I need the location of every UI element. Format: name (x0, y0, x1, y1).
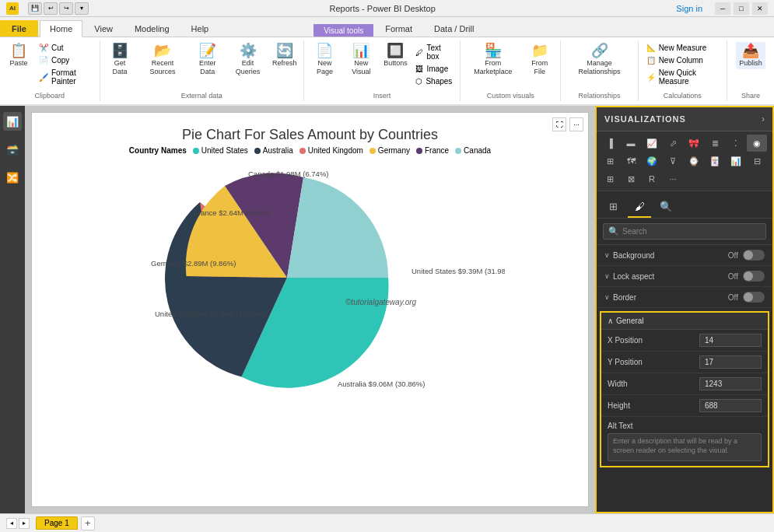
new-quick-measure-button[interactable]: ⚡ New Quick Measure (643, 67, 722, 87)
viz-icon-filled-map[interactable]: 🌍 (642, 152, 662, 170)
viz-icon-r[interactable]: R (642, 170, 662, 187)
viz-icon-table[interactable]: ⊞ (600, 170, 620, 187)
edit-queries-button[interactable]: ⚙️ Edit Queries (228, 42, 267, 78)
background-toggle[interactable] (743, 250, 765, 261)
sidebar-icon-model[interactable]: 🔀 (3, 168, 22, 187)
alt-text-input[interactable]: Enter a description that will be read by… (608, 433, 762, 461)
viz-icon-bar[interactable]: ▐ (600, 135, 620, 152)
cut-button[interactable]: ✂️ Cut (36, 42, 95, 54)
tab-analytics[interactable]: 🔍 (654, 196, 678, 218)
viz-icon-pie[interactable]: ◉ (747, 135, 767, 152)
ribbon-group-insert: 📄 New Page 📊 New Visual 🔲 Buttons 🖊 Text… (304, 40, 461, 101)
tab-file[interactable]: File (0, 20, 38, 37)
lock-aspect-chevron[interactable]: ∨ (604, 272, 610, 280)
lock-aspect-toggle[interactable] (743, 271, 765, 282)
general-chevron[interactable]: ∧ (608, 317, 613, 325)
sidebar-icon-data[interactable]: 🗃️ (3, 140, 22, 159)
viz-icon-gauge[interactable]: ⌚ (684, 152, 704, 170)
panel-search: 🔍 (597, 219, 772, 245)
width-input[interactable] (699, 377, 762, 390)
viz-icon-map[interactable]: 🗺 (621, 152, 641, 170)
nav-prev-button[interactable]: ◂ (6, 518, 17, 529)
viz-icon-waterfall[interactable]: ≣ (705, 135, 725, 152)
panel-collapse-button[interactable]: › (762, 114, 765, 124)
buttons-button[interactable]: 🔲 Buttons (381, 42, 409, 69)
new-page-button[interactable]: 📄 New Page (309, 42, 341, 78)
viz-icon-card[interactable]: 🃏 (705, 152, 725, 170)
border-chevron[interactable]: ∨ (604, 293, 610, 301)
paste-button[interactable]: 📋 Paste (5, 42, 33, 69)
viz-icon-treemap[interactable]: ⊞ (600, 152, 620, 170)
page-tab-1[interactable]: Page 1 (36, 516, 78, 530)
undo-btn[interactable]: ↩ (44, 2, 58, 15)
calculations-label: Calculations (643, 90, 722, 100)
search-box[interactable]: 🔍 (603, 223, 766, 240)
from-file-icon: 📁 (531, 44, 548, 58)
nav-next-button[interactable]: ▸ (19, 518, 30, 529)
sidebar-icon-report[interactable]: 📊 (3, 112, 22, 131)
text-box-button[interactable]: 🖊 Text box (412, 42, 455, 62)
tab-home[interactable]: Home (40, 20, 82, 37)
more-options-chart-button[interactable]: ··· (569, 117, 583, 131)
viz-icon-funnel[interactable]: ⊽ (663, 152, 683, 170)
viz-icon-ribbon[interactable]: 🎀 (684, 135, 704, 152)
viz-icon-line[interactable]: 📈 (642, 135, 662, 152)
tab-format[interactable]: Format (375, 20, 422, 37)
viz-icon-more[interactable]: ··· (663, 170, 683, 187)
search-input[interactable] (622, 227, 761, 236)
enter-data-button[interactable]: 📝 Enter Data (190, 42, 225, 78)
height-input[interactable] (699, 399, 762, 412)
background-chevron[interactable]: ∨ (604, 251, 610, 259)
x-position-input[interactable] (699, 334, 762, 347)
format-painter-button[interactable]: 🖌️ Format Painter (36, 67, 95, 87)
y-position-input[interactable] (699, 355, 762, 369)
enter-data-icon: 📝 (199, 44, 216, 58)
copy-button[interactable]: 📄 Copy (36, 54, 95, 66)
viz-icon-column[interactable]: ▬ (621, 135, 641, 152)
viz-icon-area[interactable]: ⬀ (663, 135, 683, 152)
tab-visual-tools[interactable]: Visual tools (313, 24, 373, 37)
minimize-button[interactable]: ─ (715, 2, 730, 15)
viz-icon-matrix[interactable]: ⊠ (621, 170, 641, 187)
viz-icon-slicer[interactable]: ⊟ (747, 152, 767, 170)
new-measure-button[interactable]: 📐 New Measure (643, 42, 722, 54)
add-page-button[interactable]: + (81, 516, 95, 530)
save-btn[interactable]: 💾 (28, 2, 42, 15)
new-visual-button[interactable]: 📊 New Visual (344, 42, 378, 78)
chart-container[interactable]: ⛶ ··· Pie Chart For Sales Amount by Coun… (31, 112, 589, 507)
sign-in-link[interactable]: Sign in (676, 4, 702, 13)
viz-icon-kpi[interactable]: 📊 (726, 152, 746, 170)
edit-queries-icon: ⚙️ (240, 44, 257, 58)
border-toggle[interactable] (743, 292, 765, 303)
refresh-button[interactable]: 🔄 Refresh (271, 42, 299, 69)
tab-format[interactable]: 🖌 (628, 196, 651, 218)
search-icon: 🔍 (608, 226, 619, 236)
visualizations-panel: VISUALIZATIONS › ▐ ▬ 📈 ⬀ 🎀 ≣ ⁚ ◉ ⊞ 🗺 🌍 ⊽… (595, 106, 774, 513)
recent-sources-button[interactable]: 📂 Recent Sources (138, 42, 187, 78)
from-marketplace-button[interactable]: 🏪 From Marketplace (465, 42, 520, 78)
more-btn[interactable]: ▾ (75, 2, 89, 15)
tab-data-drill[interactable]: Data / Drill (424, 20, 484, 37)
from-file-button[interactable]: 📁 From File (524, 42, 555, 78)
y-position-label: Y Position (608, 358, 643, 366)
maximize-button[interactable]: □ (734, 2, 749, 15)
chart-area: United States $9.39M (31.98%) Australia … (116, 161, 505, 394)
viz-icon-scatter[interactable]: ⁚ (726, 135, 746, 152)
expand-chart-button[interactable]: ⛶ (552, 117, 566, 131)
redo-btn[interactable]: ↪ (59, 2, 73, 15)
close-button[interactable]: ✕ (752, 2, 768, 15)
get-data-button[interactable]: 🗄️ Get Data (105, 42, 135, 78)
new-column-button[interactable]: 📋 New Column (643, 54, 722, 66)
label-de: Germany $2.89M (9.86%) (151, 259, 236, 268)
image-button[interactable]: 🖼 Image (412, 63, 455, 75)
paste-icon: 📋 (10, 44, 27, 58)
tab-fields[interactable]: ⊞ (601, 196, 625, 218)
publish-button[interactable]: 📤 Publish (736, 42, 765, 69)
tab-modeling[interactable]: Modeling (124, 20, 180, 37)
manage-relationships-button[interactable]: 🔗 Manage Relationships (566, 42, 632, 78)
height-label: Height (608, 401, 630, 410)
tab-view[interactable]: View (84, 20, 123, 37)
relationships-label: Relationships (566, 90, 632, 100)
tab-help[interactable]: Help (181, 20, 219, 37)
shapes-button[interactable]: ⬡ Shapes (412, 75, 455, 87)
